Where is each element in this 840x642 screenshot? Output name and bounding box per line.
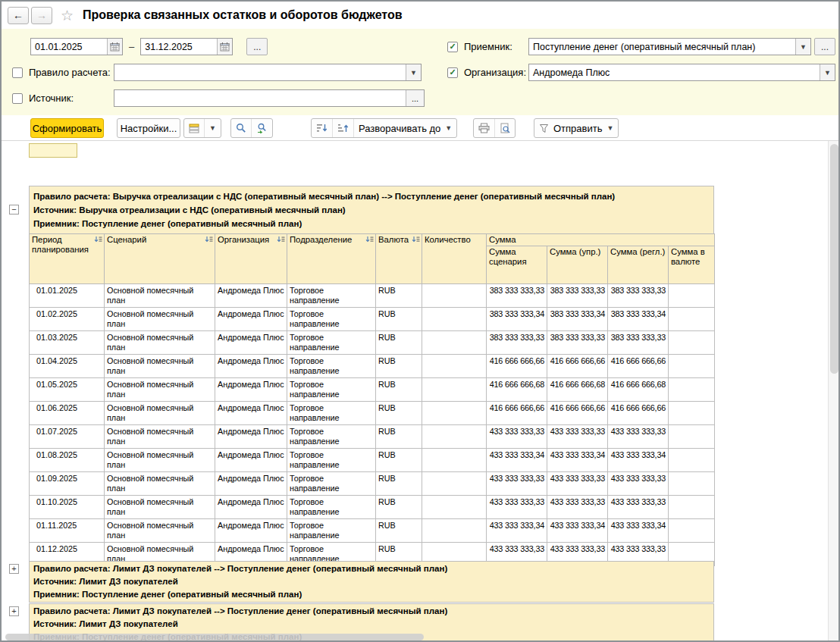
column-header-sum-currency[interactable]: Сумма в валюте [669, 246, 715, 284]
table-cell[interactable]: 01.11.2025 [30, 519, 105, 543]
table-cell[interactable] [422, 425, 487, 449]
table-cell[interactable]: 433 333 333,34 [547, 519, 608, 543]
table-cell[interactable]: Основной помесячный план [105, 331, 215, 355]
group-expand-toggle[interactable]: + [9, 606, 19, 616]
receiver-more-button[interactable]: ... [814, 38, 835, 55]
table-cell[interactable]: Торговое направление [287, 472, 376, 496]
table-cell[interactable]: 416 666 666,66 [608, 355, 669, 378]
table-cell[interactable]: Основной помесячный план [105, 355, 215, 378]
table-cell[interactable]: 416 666 666,68 [487, 378, 547, 402]
table-cell[interactable]: Андромеда Плюс [215, 519, 287, 543]
table-cell[interactable]: RUB [376, 519, 422, 543]
table-cell[interactable]: 01.07.2025 [30, 425, 105, 449]
sort-descending-button[interactable] [312, 119, 332, 137]
rule-combo[interactable]: ▼ [114, 64, 422, 81]
table-cell[interactable]: Андромеда Плюс [215, 449, 287, 472]
chevron-down-icon[interactable]: ▼ [820, 64, 835, 80]
source-field[interactable]: ... [114, 89, 425, 107]
vertical-scrollbar[interactable] [828, 141, 840, 642]
report-corner-cell[interactable] [29, 143, 77, 158]
back-button[interactable]: ← [8, 7, 29, 24]
table-cell[interactable]: Основной помесячный план [105, 308, 215, 331]
table-cell[interactable]: 01.06.2025 [30, 402, 105, 425]
table-cell[interactable] [669, 355, 715, 378]
source-checkbox[interactable] [12, 93, 23, 104]
table-cell[interactable]: 433 333 333,33 [547, 496, 608, 519]
table-cell[interactable]: 01.03.2025 [30, 331, 105, 355]
table-cell[interactable] [669, 449, 715, 472]
table-cell[interactable] [669, 519, 715, 543]
organization-checkbox[interactable] [447, 67, 458, 78]
column-header-organization[interactable]: Организация [215, 234, 287, 284]
table-cell[interactable]: Основной помесячный план [105, 519, 215, 543]
table-cell[interactable] [422, 284, 487, 308]
print-button[interactable] [474, 119, 494, 137]
table-cell[interactable]: Андромеда Плюс [215, 402, 287, 425]
table-cell[interactable] [669, 402, 715, 425]
group-header[interactable]: Правило расчета: Лимит ДЗ покупателей --… [29, 561, 714, 603]
table-cell[interactable] [422, 331, 487, 355]
table-cell[interactable]: 416 666 666,66 [487, 355, 547, 378]
table-cell[interactable]: 433 333 333,34 [487, 449, 547, 472]
table-cell[interactable]: 433 333 333,33 [547, 425, 608, 449]
table-cell[interactable] [669, 331, 715, 355]
table-cell[interactable] [669, 425, 715, 449]
period-more-button[interactable]: ... [246, 38, 268, 55]
organization-combo[interactable]: Андромеда Плюс ▼ [528, 64, 835, 81]
table-cell[interactable]: 01.02.2025 [30, 308, 105, 331]
column-header-scenario[interactable]: Сценарий [105, 234, 215, 284]
report-variants-dropdown[interactable]: ▼ [204, 119, 221, 137]
table-cell[interactable]: Андромеда Плюс [215, 425, 287, 449]
table-cell[interactable]: Андромеда Плюс [215, 284, 287, 308]
table-cell[interactable]: Торговое направление [287, 284, 376, 308]
table-cell[interactable]: RUB [376, 284, 422, 308]
table-cell[interactable]: 01.08.2025 [30, 449, 105, 472]
table-cell[interactable]: Торговое направление [287, 355, 376, 378]
sort-icon[interactable] [205, 236, 213, 243]
table-cell[interactable] [422, 308, 487, 331]
table-cell[interactable]: 01.10.2025 [30, 496, 105, 519]
table-cell[interactable]: Основной помесячный план [105, 425, 215, 449]
search-next-button[interactable] [251, 119, 272, 137]
table-cell[interactable]: 383 333 333,33 [487, 284, 547, 308]
table-cell[interactable]: 433 333 333,33 [487, 496, 547, 519]
table-cell[interactable] [422, 449, 487, 472]
period-to-value[interactable]: 31.12.2025 [141, 39, 217, 55]
table-cell[interactable]: Торговое направление [287, 519, 376, 543]
favorite-star-icon[interactable]: ☆ [61, 7, 74, 24]
table-cell[interactable]: Основной помесячный план [105, 472, 215, 496]
table-cell[interactable]: 433 333 333,34 [608, 449, 669, 472]
table-cell[interactable]: 416 666 666,66 [547, 355, 608, 378]
table-cell[interactable]: 433 333 333,33 [608, 472, 669, 496]
table-cell[interactable] [669, 284, 715, 308]
period-to-field[interactable]: 31.12.2025 [140, 38, 233, 55]
table-cell[interactable]: Основной помесячный план [105, 284, 215, 308]
forward-button[interactable]: → [31, 7, 52, 24]
horizontal-scroll-thumb[interactable] [5, 634, 424, 640]
search-button[interactable] [231, 119, 251, 137]
table-cell[interactable]: Основной помесячный план [105, 378, 215, 402]
table-cell[interactable]: 416 666 666,66 [547, 402, 608, 425]
rule-value[interactable] [114, 64, 406, 80]
column-header-sum-management[interactable]: Сумма (упр.) [547, 246, 608, 284]
table-cell[interactable]: 383 333 333,33 [547, 331, 608, 355]
table-cell[interactable]: Основной помесячный план [105, 496, 215, 519]
group-header[interactable]: Правило расчета: Выручка отреализации с … [29, 186, 714, 234]
expand-to-button[interactable]: Разворачивать до ▼ [353, 119, 456, 137]
calendar-button-from[interactable] [107, 39, 122, 55]
table-cell[interactable]: 416 666 666,68 [547, 378, 608, 402]
table-cell[interactable]: RUB [376, 331, 422, 355]
receiver-value[interactable]: Поступление денег (оперативный месячный … [529, 39, 795, 55]
table-cell[interactable] [422, 472, 487, 496]
chevron-down-icon[interactable]: ▼ [795, 39, 810, 55]
receiver-checkbox[interactable] [447, 42, 458, 52]
group-expand-toggle[interactable]: + [9, 564, 19, 574]
column-header-period[interactable]: Период планирования [30, 234, 105, 284]
table-cell[interactable]: 416 666 666,66 [487, 402, 547, 425]
table-cell[interactable] [422, 519, 487, 543]
table-cell[interactable]: Торговое направление [287, 425, 376, 449]
table-cell[interactable]: Андромеда Плюс [215, 472, 287, 496]
table-cell[interactable]: RUB [376, 472, 422, 496]
send-button[interactable]: Отправить ▼ [534, 119, 618, 137]
source-value[interactable] [114, 90, 406, 106]
